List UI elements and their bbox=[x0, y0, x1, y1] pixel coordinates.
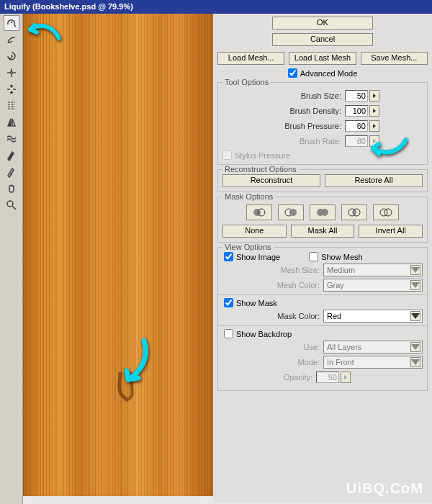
show-mesh-input[interactable] bbox=[309, 252, 318, 261]
reconstruct-tool-icon bbox=[6, 34, 17, 45]
bloat-tool[interactable] bbox=[4, 81, 19, 97]
turbulence-icon bbox=[6, 133, 17, 145]
caret-right-icon bbox=[343, 375, 348, 379]
brush-rate-stepper bbox=[369, 135, 379, 147]
brush-density-label: Brush Density: bbox=[222, 107, 345, 115]
push-left-tool[interactable] bbox=[4, 98, 19, 114]
mask-replace-icon bbox=[252, 207, 266, 217]
forward-warp-tool[interactable] bbox=[4, 15, 19, 31]
stylus-pressure-checkbox: Stylus Pressure bbox=[222, 150, 423, 160]
mask-color-label: Mask Color: bbox=[222, 312, 323, 320]
mask-options-fieldset: Mask Options None Mask All Invert All bbox=[217, 197, 428, 243]
backdrop-opacity-input: 50 bbox=[316, 372, 339, 383]
zoom-tool-icon bbox=[6, 199, 17, 211]
ok-button[interactable]: OK bbox=[272, 17, 373, 30]
reconstruct-button[interactable]: Reconstruct bbox=[222, 174, 320, 187]
show-mask-checkbox[interactable]: Show Mask bbox=[222, 298, 423, 307]
invert-all-button[interactable]: Invert All bbox=[359, 225, 423, 238]
view-options-legend: View Options bbox=[222, 243, 274, 251]
mask-color-value: Red bbox=[327, 312, 341, 320]
thaw-mask-tool[interactable] bbox=[4, 164, 19, 180]
stylus-pressure-label: Stylus Pressure bbox=[235, 151, 290, 160]
pucker-tool[interactable] bbox=[4, 65, 19, 81]
show-mask-label: Show Mask bbox=[236, 299, 277, 307]
reconstruct-options-fieldset: Reconstruct Options Reconstruct Restore … bbox=[217, 169, 428, 192]
mask-invert-button[interactable] bbox=[373, 204, 399, 220]
forward-warp-icon bbox=[6, 17, 17, 29]
caret-right-icon bbox=[372, 94, 377, 98]
cancel-button[interactable]: Cancel bbox=[272, 33, 373, 46]
hand-tool[interactable] bbox=[4, 181, 19, 197]
advanced-mode-input[interactable] bbox=[288, 68, 297, 78]
workarea: OK Cancel Load Mesh... Load Last Mesh Sa… bbox=[0, 14, 432, 504]
mesh-size-select: Medium bbox=[323, 264, 423, 276]
mesh-color-label: Mesh Color: bbox=[222, 281, 323, 289]
brush-pressure-input[interactable]: 60 bbox=[345, 120, 368, 132]
caret-right-icon bbox=[372, 109, 377, 113]
watermark: UiBQ.CoM bbox=[346, 480, 423, 497]
show-mesh-label: Show Mesh bbox=[321, 253, 362, 261]
restore-all-button[interactable]: Restore All bbox=[325, 174, 423, 187]
window-titlebar: Liquify (Bookshelve.psd @ 79.9%) bbox=[0, 0, 432, 14]
show-backdrop-checkbox[interactable]: Show Backdrop bbox=[222, 329, 423, 338]
mirror-tool[interactable] bbox=[4, 114, 19, 130]
tool-options-legend: Tool Options bbox=[222, 78, 271, 86]
show-backdrop-input[interactable] bbox=[224, 329, 233, 338]
liquify-preview-canvas[interactable] bbox=[23, 14, 213, 496]
show-mesh-checkbox[interactable]: Show Mesh bbox=[309, 252, 362, 261]
freeze-mask-tool[interactable] bbox=[4, 148, 19, 163]
chevron-down-icon[interactable] bbox=[410, 311, 420, 321]
mirror-icon bbox=[6, 117, 17, 128]
turbulence-tool[interactable] bbox=[4, 131, 19, 147]
mesh-size-label: Mesh Size: bbox=[222, 266, 323, 274]
brush-pressure-label: Brush Pressure: bbox=[222, 122, 345, 130]
show-mask-input[interactable] bbox=[224, 298, 233, 307]
mask-none-button[interactable]: None bbox=[222, 225, 287, 238]
brush-size-input[interactable]: 50 bbox=[345, 90, 368, 102]
backdrop-mode-select: In Front bbox=[323, 356, 423, 369]
options-panel: OK Cancel Load Mesh... Load Last Mesh Sa… bbox=[213, 14, 432, 503]
push-left-icon bbox=[6, 100, 17, 112]
mask-subtract-button[interactable] bbox=[310, 204, 336, 220]
mask-options-legend: Mask Options bbox=[222, 192, 275, 201]
advanced-mode-checkbox[interactable]: Advanced Mode bbox=[217, 68, 428, 78]
pucker-icon bbox=[6, 67, 17, 78]
show-image-checkbox[interactable]: Show Image bbox=[224, 252, 280, 261]
mask-invert-icon bbox=[379, 207, 393, 217]
brush-rate-label: Brush Rate: bbox=[222, 137, 345, 145]
backdrop-use-select: All Layers bbox=[323, 341, 423, 354]
mask-intersect-button[interactable] bbox=[341, 204, 367, 220]
brush-density-stepper[interactable] bbox=[369, 105, 379, 117]
reconstruct-tool[interactable] bbox=[4, 32, 19, 48]
svg-point-10 bbox=[384, 209, 392, 216]
caret-right-icon bbox=[372, 139, 377, 143]
zoom-tool[interactable] bbox=[4, 197, 19, 213]
freeze-mask-icon bbox=[6, 150, 17, 161]
mesh-size-value: Medium bbox=[327, 266, 355, 274]
brush-density-input[interactable]: 100 bbox=[345, 105, 368, 117]
load-mesh-button[interactable]: Load Mesh... bbox=[217, 52, 284, 65]
brush-pressure-stepper[interactable] bbox=[369, 120, 379, 132]
mesh-color-value: Gray bbox=[327, 281, 344, 289]
hand-tool-icon bbox=[6, 183, 17, 194]
svg-point-0 bbox=[7, 201, 13, 207]
svg-point-6 bbox=[321, 209, 328, 216]
svg-point-9 bbox=[380, 209, 387, 216]
mask-subtract-icon bbox=[315, 207, 330, 217]
svg-point-4 bbox=[289, 209, 297, 216]
mask-color-select[interactable]: Red bbox=[323, 310, 423, 323]
twirl-cw-tool[interactable] bbox=[4, 48, 19, 64]
chevron-down-icon bbox=[410, 357, 420, 367]
load-last-mesh-button[interactable]: Load Last Mesh bbox=[289, 52, 356, 65]
chevron-down-icon bbox=[410, 280, 420, 290]
mask-add-button[interactable] bbox=[278, 204, 304, 220]
mask-all-button[interactable]: Mask All bbox=[291, 225, 355, 238]
brush-size-stepper[interactable] bbox=[369, 90, 379, 102]
show-image-input[interactable] bbox=[224, 252, 233, 261]
mesh-color-select: Gray bbox=[323, 279, 423, 292]
mask-replace-button[interactable] bbox=[246, 204, 272, 220]
save-mesh-button[interactable]: Save Mesh... bbox=[361, 52, 428, 65]
backdrop-opacity-label: Opacity: bbox=[222, 373, 316, 382]
warp-smudge bbox=[117, 372, 143, 408]
stylus-pressure-input bbox=[222, 150, 232, 160]
